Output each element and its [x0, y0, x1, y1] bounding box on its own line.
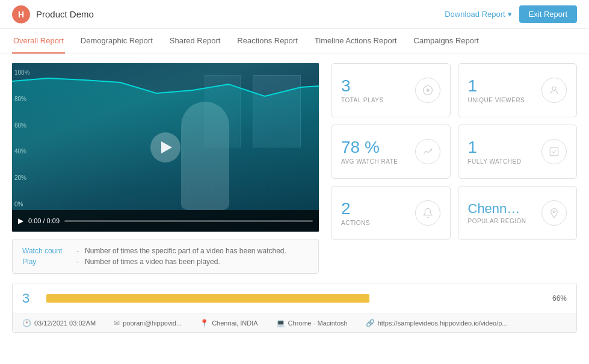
svg-point-2: [552, 87, 556, 90]
svg-point-4: [553, 211, 555, 213]
video-progress-bar[interactable]: [64, 220, 313, 222]
viewer-meta-date: 🕐 03/12/2021 03:02AM: [22, 319, 96, 327]
video-play-button[interactable]: ▶: [18, 217, 23, 225]
stat-card-total-plays: 3 TOTAL PLAYS: [331, 63, 451, 117]
stat-card-unique-viewers: 1 UNIQUE VIEWERS: [458, 63, 578, 117]
viewer-meta-email: ✉ poorani@hippovid...: [114, 319, 182, 327]
nav-tabs: Overall Report Demographic Report Shared…: [0, 29, 589, 54]
tab-timeline-actions-report[interactable]: Timeline Actions Report: [313, 29, 398, 54]
unique-viewers-icon: [541, 78, 567, 103]
fully-watched-icon: [541, 139, 567, 164]
video-controls: ▶ 0:00 / 0:09: [12, 210, 319, 232]
computer-icon: 💻: [276, 319, 285, 327]
viewer-top: 3 66%: [13, 283, 576, 313]
viewer-section: 3 66% 🕐 03/12/2021 03:02AM ✉ poorani@hip…: [0, 283, 589, 339]
stat-card-avg-watch-rate: 78 % AVG WATCH RATE: [331, 125, 451, 179]
play-triangle-icon: [161, 141, 172, 153]
chevron-down-icon: ▾: [508, 10, 512, 19]
link-icon: 🔗: [366, 319, 375, 327]
play-overlay-button[interactable]: [150, 132, 180, 162]
popular-region-icon: [541, 200, 567, 226]
video-time: 0:00 / 0:09: [28, 217, 60, 224]
exit-report-button[interactable]: Exit Report: [519, 5, 577, 23]
avg-watch-rate-icon: [415, 139, 440, 164]
legend-item-watchcount: Watch count - Number of times the specif…: [22, 247, 309, 255]
actions-icon: [415, 200, 440, 226]
stats-section: 3 TOTAL PLAYS 1 UNIQUE VIEWERS: [331, 63, 577, 240]
download-report-button[interactable]: Download Report ▾: [445, 10, 511, 19]
email-icon: ✉: [114, 319, 120, 327]
location-icon: 📍: [200, 319, 209, 327]
header-right: Download Report ▾ Exit Report: [445, 5, 577, 23]
legend-box: Watch count - Number of times the specif…: [12, 239, 319, 274]
stat-card-fully-watched: 1 FULLY WATCHED: [458, 125, 578, 179]
stat-card-actions: 2 ACTIONS: [331, 186, 451, 240]
viewer-meta-location: 📍 Chennai, INDIA: [200, 319, 257, 327]
header: H Product Demo Download Report ▾ Exit Re…: [0, 0, 589, 29]
video-player[interactable]: 100% 80% 60% 40% 20% 0% ▶ 0:00 / 0:09: [12, 63, 319, 232]
logo: H: [12, 5, 30, 23]
viewer-progress-bar: [46, 294, 369, 303]
viewer-bottom: 🕐 03/12/2021 03:02AM ✉ poorani@hippovid.…: [13, 313, 576, 332]
svg-marker-1: [427, 88, 430, 92]
tab-campaigns-report[interactable]: Campaigns Report: [413, 29, 480, 54]
main-content: 100% 80% 60% 40% 20% 0% ▶ 0:00 / 0:09: [0, 54, 589, 283]
viewer-meta-url: 🔗 https://samplevideos.hippovideo.io/vid…: [366, 319, 508, 327]
tab-overall-report[interactable]: Overall Report: [12, 29, 65, 54]
clock-icon: 🕐: [22, 319, 31, 327]
tab-shared-report[interactable]: Shared Report: [168, 29, 222, 54]
tab-demographic-report[interactable]: Demographic Report: [79, 29, 154, 54]
total-plays-icon: [415, 78, 440, 103]
stat-card-popular-region: Chenn… POPULAR REGION: [458, 186, 578, 240]
viewer-progress-wrap: [46, 294, 535, 303]
app-title: Product Demo: [36, 9, 94, 19]
viewer-row: 3 66% 🕐 03/12/2021 03:02AM ✉ poorani@hip…: [12, 283, 577, 333]
header-left: H Product Demo: [12, 5, 94, 23]
viewer-meta-device: 💻 Chrome - Macintosh: [276, 319, 348, 327]
video-section: 100% 80% 60% 40% 20% 0% ▶ 0:00 / 0:09: [12, 63, 319, 274]
tab-reactions-report[interactable]: Reactions Report: [236, 29, 298, 54]
legend-item-play: Play - Number of times a video has been …: [22, 258, 309, 266]
svg-rect-3: [550, 147, 558, 156]
